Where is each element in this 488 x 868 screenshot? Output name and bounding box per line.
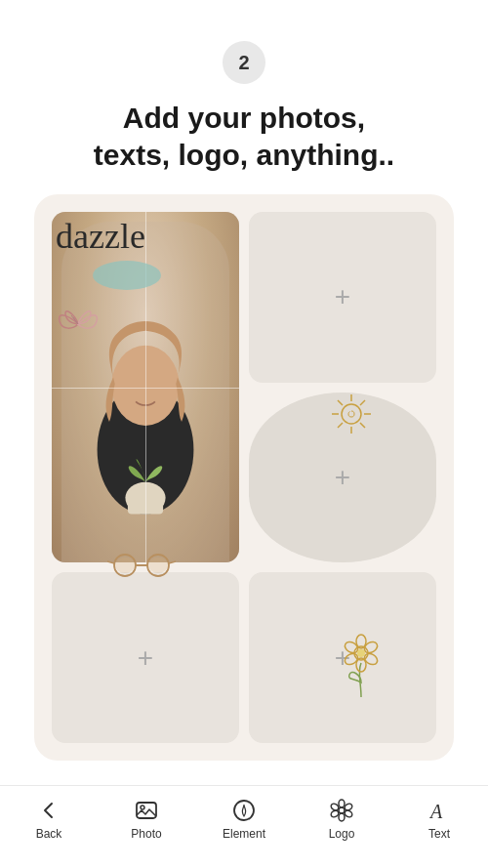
svg-point-2 [342,404,361,424]
nav-element[interactable]: Element [210,798,278,841]
bottom-nav: Back Photo Element [0,785,488,868]
element-icon [231,798,257,823]
svg-point-25 [357,649,365,657]
canvas: dazzle [34,194,454,761]
svg-rect-30 [137,803,156,818]
flower-icon [340,634,384,702]
back-label: Back [36,827,62,841]
nav-photo[interactable]: Photo [112,798,181,841]
svg-line-7 [338,400,343,405]
svg-point-16 [115,558,135,573]
photo-label: Photo [131,827,161,841]
svg-point-23 [343,651,359,667]
svg-line-10 [338,423,343,428]
svg-text:A: A [428,801,443,822]
add-photo-plus-top-right[interactable]: + [335,283,350,310]
svg-line-15 [169,561,176,563]
svg-point-37 [339,813,345,821]
logo-icon [329,798,354,823]
svg-point-33 [339,807,345,813]
svg-point-34 [339,800,345,807]
nav-logo[interactable]: Logo [307,798,376,841]
logo-label: Logo [329,827,355,841]
svg-point-17 [148,558,168,573]
arrow-left-icon [36,798,61,823]
butterfly-icon [52,300,105,349]
svg-line-9 [360,400,365,405]
element-label: Element [223,827,265,841]
nav-text[interactable]: A Text [405,798,473,841]
sun-icon [327,390,376,438]
svg-line-8 [360,423,365,428]
photo-icon [134,798,159,823]
add-photo-plus-bot-left[interactable]: + [138,644,153,672]
text-label: Text [428,827,450,841]
add-photo-plus-mid-right[interactable]: + [335,464,350,491]
svg-point-24 [343,640,359,655]
svg-point-31 [141,806,144,809]
svg-point-20 [362,640,379,655]
svg-line-14 [107,561,114,563]
step-number: 2 [223,41,265,84]
svg-point-21 [362,651,379,667]
glasses-icon [107,552,176,579]
nav-back[interactable]: Back [15,798,83,841]
top-right-cell[interactable]: + [249,212,436,383]
teal-blob-decoration [93,261,161,290]
page-title: Add your photos, texts, logo, anything.. [55,100,433,173]
text-a-icon: A [427,798,452,823]
bot-left-cell[interactable]: + [52,572,239,743]
